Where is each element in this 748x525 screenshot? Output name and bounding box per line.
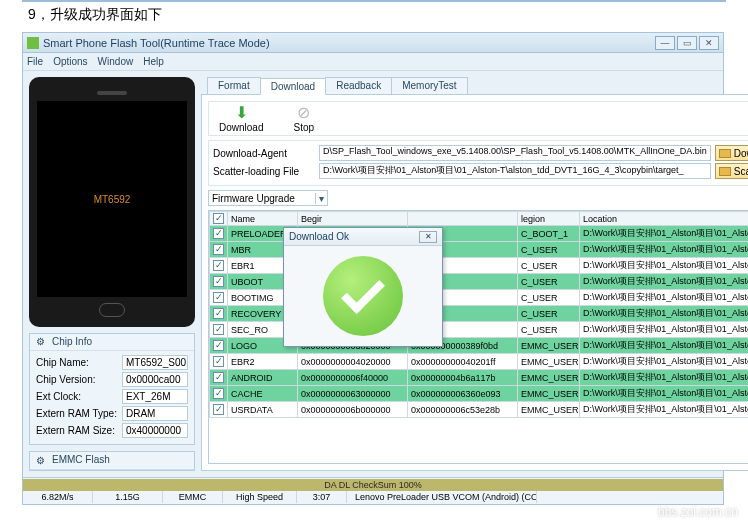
row-checkbox[interactable]: ✓ <box>213 388 224 399</box>
menubar: File Options Window Help <box>23 53 723 71</box>
chip-info-label: Extern RAM Type: <box>36 408 122 419</box>
chevron-down-icon: ▾ <box>315 193 324 204</box>
cell-region: C_USER <box>518 322 580 338</box>
cell-region: EMMC_USER <box>518 386 580 402</box>
cell-name: CACHE <box>228 386 298 402</box>
row-checkbox[interactable]: ✓ <box>213 260 224 271</box>
cell-name: ANDROID <box>228 370 298 386</box>
close-button[interactable]: ✕ <box>699 36 719 50</box>
row-checkbox[interactable]: ✓ <box>213 340 224 351</box>
chip-info-label: Extern RAM Size: <box>36 425 122 436</box>
menu-window[interactable]: Window <box>98 56 134 67</box>
cell-begin: 0x0000000004020000 <box>298 354 408 370</box>
col-name[interactable]: Name <box>228 212 298 226</box>
cell-region: C_USER <box>518 274 580 290</box>
row-checkbox[interactable]: ✓ <box>213 372 224 383</box>
chip-info-label: Chip Name: <box>36 357 122 368</box>
emmc-label: EMMC Flash <box>52 454 110 465</box>
status-cell: EMMC <box>163 491 223 503</box>
cell-location: D:\Work\项目安排\01_Alston项目\01_Alston-T... <box>580 258 749 274</box>
status-cell: 6.82M/s <box>23 491 93 503</box>
mode-combo-label: Firmware Upgrade <box>212 193 295 204</box>
menu-file[interactable]: File <box>27 56 43 67</box>
maximize-button[interactable]: ▭ <box>677 36 697 50</box>
chip-info-label: Chip Version: <box>36 374 122 385</box>
cell-end: 0x000000006360e093 <box>408 386 518 402</box>
tab-memorytest[interactable]: MemoryTest <box>391 77 467 94</box>
cell-location: D:\Work\项目安排\01_Alston项目\01_Alston-T... <box>580 242 749 258</box>
caption: 9，升级成功界面如下 <box>28 6 748 24</box>
cell-region: EMMC_USER <box>518 354 580 370</box>
stop-label: Stop <box>293 122 314 133</box>
folder-icon <box>719 167 731 176</box>
status-cell: Lenovo PreLoader USB VCOM (Android) (COM… <box>347 491 537 503</box>
col-end[interactable] <box>408 212 518 226</box>
watermark: bbs.zol.com.cn <box>658 505 738 519</box>
row-checkbox[interactable]: ✓ <box>213 308 224 319</box>
chip-info-value: DRAM <box>122 406 188 421</box>
cell-location: D:\Work\项目安排\01_Alston项目\01_Alston-T... <box>580 370 749 386</box>
cell-end: 0x000000006c53e28b <box>408 402 518 418</box>
cell-end: 0x00000004b6a117b <box>408 370 518 386</box>
cell-region: C_BOOT_1 <box>518 226 580 242</box>
col-location[interactable]: Location <box>580 212 749 226</box>
status-cell: 1.15G <box>93 491 163 503</box>
phone-speaker <box>97 91 127 95</box>
top-border <box>22 0 726 2</box>
row-checkbox[interactable]: ✓ <box>213 276 224 287</box>
scatter-input[interactable]: D:\Work\项目安排\01_Alston项目\01_Alston-T\als… <box>319 163 711 179</box>
cell-region: EMMC_USER <box>518 402 580 418</box>
cell-location: D:\Work\项目安排\01_Alston项目\01_Alston-T... <box>580 290 749 306</box>
row-checkbox[interactable]: ✓ <box>213 292 224 303</box>
phone-label: MT6592 <box>94 194 131 205</box>
tab-format[interactable]: Format <box>207 77 261 94</box>
chip-info-label: Chip Info <box>52 336 92 347</box>
scatter-browse-button[interactable]: Scatter-loading <box>715 163 748 179</box>
table-row[interactable]: ✓CACHE0x00000000630000000x000000006360e0… <box>210 386 749 402</box>
cell-begin: 0x0000000006f40000 <box>298 370 408 386</box>
stop-action[interactable]: ⊘ Stop <box>293 104 314 133</box>
cell-location: D:\Work\项目安排\01_Alston项目\01_Alston-T... <box>580 306 749 322</box>
cell-region: C_USER <box>518 306 580 322</box>
tab-download[interactable]: Download <box>260 78 326 95</box>
agent-btn-label: Download Agent <box>734 148 748 159</box>
cell-location: D:\Work\项目安排\01_Alston项目\01_Alston-T... <box>580 386 749 402</box>
status-bar: DA DL CheckSum 100% 6.82M/s1.15GEMMCHigh… <box>23 477 723 504</box>
chip-info-value: 0x0000ca00 <box>122 372 188 387</box>
col-check[interactable]: ✓ <box>210 212 228 226</box>
cell-end: 0x00000000040201ff <box>408 354 518 370</box>
table-row[interactable]: ✓ANDROID0x0000000006f400000x00000004b6a1… <box>210 370 749 386</box>
download-action[interactable]: ⬇ Download <box>219 104 263 133</box>
menu-help[interactable]: Help <box>143 56 164 67</box>
window-title: Smart Phone Flash Tool(Runtime Trace Mod… <box>43 37 653 49</box>
chip-info-value: EXT_26M <box>122 389 188 404</box>
cell-location: D:\Work\项目安排\01_Alston项目\01_Alston-T... <box>580 322 749 338</box>
gear-icon: ⚙ <box>36 336 48 348</box>
agent-input[interactable]: D\SP_Flash_Tool_windows_exe_v5.1408.00\S… <box>319 145 711 161</box>
cell-location: D:\Work\项目安排\01_Alston项目\01_Alston-T... <box>580 354 749 370</box>
row-checkbox[interactable]: ✓ <box>213 244 224 255</box>
stop-icon: ⊘ <box>293 104 314 122</box>
row-checkbox[interactable]: ✓ <box>213 324 224 335</box>
cell-begin: 0x000000006b000000 <box>298 402 408 418</box>
titlebar: Smart Phone Flash Tool(Runtime Trace Mod… <box>23 33 723 53</box>
col-region[interactable]: legion <box>518 212 580 226</box>
col-begin[interactable]: Begir <box>298 212 408 226</box>
mode-combo[interactable]: Firmware Upgrade ▾ <box>208 190 328 206</box>
phone-screen: MT6592 <box>37 101 187 297</box>
table-row[interactable]: ✓EBR20x00000000040200000x00000000040201f… <box>210 354 749 370</box>
gear-icon: ⚙ <box>36 455 48 467</box>
folder-icon <box>719 149 731 158</box>
dialog-close-button[interactable]: ✕ <box>419 231 437 243</box>
cell-location: D:\Work\项目安排\01_Alston项目\01_Alston-T... <box>580 338 749 354</box>
table-row[interactable]: ✓USRDATA0x000000006b0000000x000000006c53… <box>210 402 749 418</box>
cell-region: C_USER <box>518 242 580 258</box>
minimize-button[interactable]: — <box>655 36 675 50</box>
cell-region: C_USER <box>518 258 580 274</box>
agent-browse-button[interactable]: Download Agent <box>715 145 748 161</box>
menu-options[interactable]: Options <box>53 56 87 67</box>
row-checkbox[interactable]: ✓ <box>213 404 224 415</box>
row-checkbox[interactable]: ✓ <box>213 356 224 367</box>
row-checkbox[interactable]: ✓ <box>213 228 224 239</box>
tab-readback[interactable]: Readback <box>325 77 392 94</box>
